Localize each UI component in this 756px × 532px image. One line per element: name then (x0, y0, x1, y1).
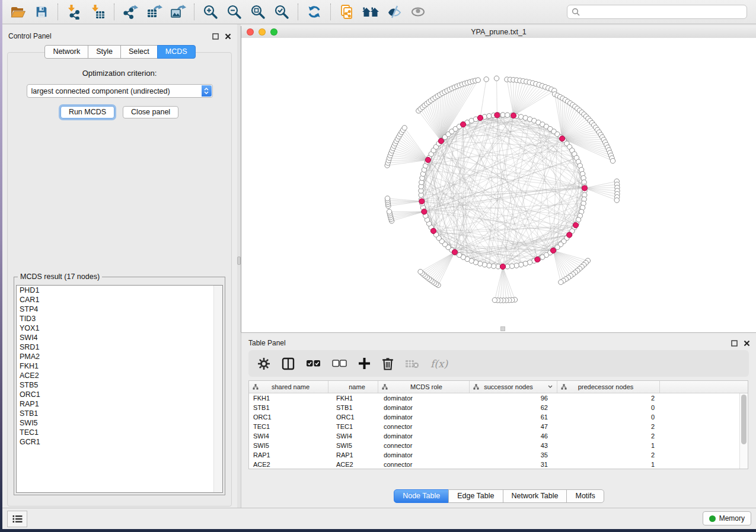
network-node[interactable] (487, 263, 492, 268)
table-cell[interactable]: STB1 (249, 404, 328, 411)
tab-edge-table[interactable]: Edge Table (448, 489, 503, 503)
table-cell[interactable]: 2 (557, 432, 660, 440)
delete-row-icon[interactable] (382, 357, 394, 370)
table-row[interactable]: ACE2ACE2connector311 (249, 460, 748, 469)
mcds-result-node[interactable]: PHD1 (17, 286, 222, 295)
mcds-result-node[interactable]: STB1 (17, 409, 222, 418)
select-all-icon[interactable] (306, 360, 321, 368)
table-cell[interactable]: 2 (557, 423, 660, 430)
mcds-result-node[interactable]: RAP1 (17, 399, 222, 409)
table-cell[interactable]: 31 (470, 461, 557, 468)
mcds-result-node[interactable]: STP4 (17, 305, 222, 314)
table-cell[interactable]: dominator (378, 432, 470, 440)
table-cell[interactable]: SWI5 (328, 442, 378, 449)
network-leaf-node[interactable] (614, 198, 619, 203)
network-scroll-grip[interactable] (500, 326, 505, 331)
table-cell[interactable]: connector (378, 442, 470, 449)
table-row[interactable]: RAP1RAP1dominator352 (249, 450, 748, 460)
function-builder-icon[interactable]: f(x) (430, 358, 448, 370)
table-cell[interactable]: 0 (557, 404, 660, 411)
mcds-node[interactable] (582, 185, 587, 191)
mcds-result-node[interactable]: ORC1 (17, 390, 222, 399)
mcds-node[interactable] (550, 248, 556, 253)
tab-network[interactable]: Network (44, 45, 88, 59)
delete-table-icon[interactable] (405, 359, 419, 368)
table-cell[interactable]: 61 (470, 414, 557, 421)
tab-network-table[interactable]: Network Table (503, 489, 567, 503)
table-cell[interactable]: 2 (557, 451, 660, 459)
mcds-node[interactable] (535, 257, 540, 262)
table-row[interactable]: TEC1TEC1connector472 (249, 422, 748, 431)
zoom-fit-icon[interactable] (246, 2, 270, 22)
column-header-successor-nodes[interactable]: successor nodes (470, 381, 557, 393)
import-network-icon[interactable] (62, 2, 86, 22)
mcds-node[interactable] (419, 198, 425, 204)
table-cell[interactable]: 35 (470, 451, 557, 459)
tab-style[interactable]: Style (88, 45, 121, 59)
mcds-result-node[interactable]: CAR1 (17, 295, 222, 305)
table-cell[interactable]: 96 (470, 395, 557, 402)
network-canvas[interactable] (241, 38, 756, 332)
mcds-node[interactable] (495, 113, 500, 118)
table-cell[interactable]: 1 (557, 442, 660, 449)
tab-select[interactable]: Select (120, 45, 158, 59)
table-cell[interactable]: dominator (378, 404, 470, 411)
table-cell[interactable]: RAP1 (249, 451, 328, 459)
network-leaf-node[interactable] (418, 269, 423, 274)
table-cell[interactable]: ORC1 (249, 414, 328, 421)
open-session-icon[interactable] (6, 2, 30, 22)
export-table-icon[interactable] (142, 2, 166, 22)
show-graphics-details-icon[interactable] (406, 2, 430, 22)
mcds-result-node[interactable]: PMA2 (17, 352, 222, 361)
column-header-name[interactable]: name (328, 381, 378, 393)
table-cell[interactable]: SWI4 (249, 432, 328, 440)
mcds-node[interactable] (500, 264, 505, 269)
tab-mcds[interactable]: MCDS (157, 45, 196, 59)
mcds-result-node[interactable]: TID3 (17, 314, 222, 323)
close-panel-button[interactable]: Close panel (123, 106, 178, 118)
mcds-node[interactable] (430, 228, 436, 233)
mcds-result-node[interactable]: SRD1 (17, 342, 222, 352)
mcds-node[interactable] (422, 209, 427, 214)
mcds-node[interactable] (452, 249, 457, 255)
run-mcds-button[interactable]: Run MCDS (60, 106, 114, 118)
table-row[interactable]: FKH1FKH1dominator962 (249, 393, 748, 403)
table-cell[interactable]: 43 (470, 442, 557, 449)
mcds-node[interactable] (425, 157, 430, 162)
table-row[interactable]: SWI5SWI5connector431 (249, 441, 748, 450)
network-node[interactable] (514, 263, 519, 268)
export-image-icon[interactable] (166, 2, 190, 22)
mcds-node[interactable] (560, 136, 565, 141)
network-node[interactable] (519, 262, 524, 267)
column-header-mcds-role[interactable]: MCDS role (378, 381, 470, 393)
network-leaf-node[interactable] (385, 196, 390, 201)
zoom-out-icon[interactable] (222, 2, 246, 22)
table-cell[interactable]: FKH1 (328, 395, 378, 402)
search-input[interactable] (580, 7, 742, 17)
table-cell[interactable]: dominator (378, 451, 470, 459)
network-node[interactable] (505, 113, 510, 117)
network-leaf-node[interactable] (484, 77, 489, 82)
refresh-layout-icon[interactable] (302, 2, 326, 22)
mcds-node[interactable] (567, 232, 572, 238)
close-table-panel-icon[interactable] (744, 340, 750, 347)
table-cell[interactable]: 1 (557, 461, 660, 468)
table-cell[interactable]: connector (378, 423, 470, 430)
table-cell[interactable]: dominator (378, 395, 470, 402)
network-node[interactable] (509, 264, 514, 268)
column-header-shared-name[interactable]: shared name (249, 381, 328, 393)
node-table[interactable]: shared name name MCDS role (248, 380, 748, 469)
zoom-in-icon[interactable] (199, 2, 222, 22)
network-node[interactable] (491, 264, 496, 268)
tab-motifs[interactable]: Motifs (566, 489, 604, 503)
network-leaf-node[interactable] (387, 209, 391, 214)
table-cell[interactable]: ACE2 (249, 461, 328, 468)
table-scrollbar-thumb[interactable] (741, 395, 747, 444)
mcds-result-node[interactable]: YOX1 (17, 323, 222, 333)
table-cell[interactable]: STB1 (328, 404, 378, 411)
settings-gear-icon[interactable] (257, 357, 270, 370)
table-cell[interactable]: 2 (557, 395, 660, 402)
network-node[interactable] (500, 113, 505, 117)
table-cell[interactable]: TEC1 (328, 423, 378, 430)
criterion-select[interactable]: largest connected component (undirected) (27, 84, 213, 98)
